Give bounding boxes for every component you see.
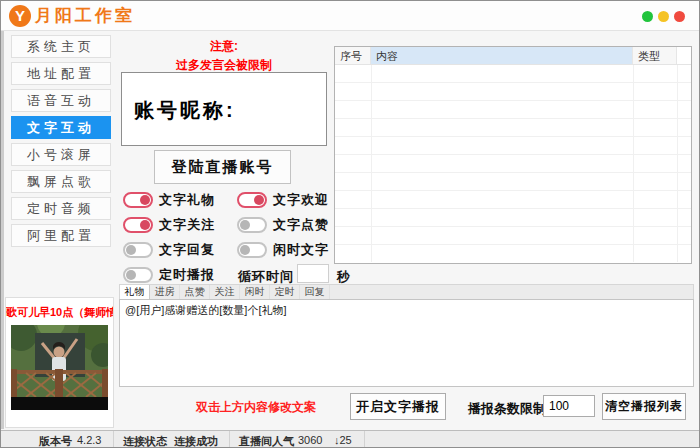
- app-title: 月阳工作室: [35, 5, 135, 27]
- sidebar-item-timed-audio[interactable]: 定时音频: [11, 197, 111, 220]
- popularity-label: 直播间人气: [239, 434, 294, 448]
- table-header: 序号 内容 类型: [335, 47, 691, 65]
- switch-on-icon[interactable]: [237, 192, 267, 208]
- version-label: 版本号: [39, 434, 72, 448]
- tab-enter-room[interactable]: 进房: [150, 285, 180, 299]
- titlebar: Y 月阳工作室: [1, 1, 699, 31]
- toggle-text-welcome[interactable]: 文字欢迎: [237, 191, 329, 209]
- version-value: 4.2.3: [77, 434, 101, 446]
- toggle-text-gift[interactable]: 文字礼物: [123, 191, 215, 209]
- video-thumbnail[interactable]: [11, 325, 108, 410]
- template-text: @[用户]感谢赠送的[数量]个[礼物]: [125, 303, 688, 318]
- login-live-account-button[interactable]: 登陆直播账号: [154, 150, 291, 184]
- sidebar-item-text-interaction[interactable]: 文字互动: [11, 116, 111, 139]
- column-divider: [677, 65, 678, 262]
- marquee-text: 歌可儿早10点（舞师情感小: [6, 305, 113, 320]
- column-header-index[interactable]: 序号: [335, 47, 371, 64]
- tab-follow[interactable]: 关注: [210, 285, 240, 299]
- connection-label: 连接状态: [123, 434, 167, 448]
- switch-off-icon[interactable]: [123, 267, 153, 283]
- sidebar-item-ali-config[interactable]: 阿里配置: [11, 224, 111, 247]
- tab-timed[interactable]: 定时: [270, 285, 300, 299]
- toggle-timed-broadcast[interactable]: 定时播报: [123, 266, 215, 284]
- account-nickname-label: 账号昵称:: [134, 97, 236, 124]
- tab-gift[interactable]: 礼物: [120, 285, 150, 299]
- sidebar: 系统主页 地址配置 语音互动 文字互动 小号滚屏 飘屏点歌 定时音频 阿里配置: [11, 35, 111, 251]
- sidebar-item-alt-account-scroll[interactable]: 小号滚屏: [11, 143, 111, 166]
- status-divider: [364, 431, 365, 448]
- sidebar-item-system-home[interactable]: 系统主页: [11, 35, 111, 58]
- clear-broadcast-list-button[interactable]: 清空播报列表: [602, 393, 686, 420]
- column-header-content[interactable]: 内容: [371, 47, 633, 64]
- window-control-green-icon[interactable]: [642, 11, 653, 22]
- switch-off-icon[interactable]: [237, 217, 267, 233]
- edit-hint-text: 双击上方内容修改文案: [151, 399, 361, 416]
- sidebar-item-float-song-request[interactable]: 飘屏点歌: [11, 170, 111, 193]
- template-tabbar: 礼物 进房 点赞 关注 闲时 定时 回复: [119, 284, 694, 299]
- app-window: Y 月阳工作室 系统主页 地址配置 语音互动 文字互动 小号滚屏 飘屏点歌 定时…: [0, 0, 700, 448]
- toggle-idle-text[interactable]: 闲时文字: [237, 241, 329, 259]
- switch-off-icon[interactable]: [237, 242, 267, 258]
- column-divider: [371, 65, 372, 262]
- tab-like[interactable]: 点赞: [180, 285, 210, 299]
- switch-on-icon[interactable]: [123, 217, 153, 233]
- connection-value: 连接成功: [174, 434, 218, 448]
- toggle-text-reply[interactable]: 文字回复: [123, 241, 215, 259]
- left-edge-strip: [1, 31, 4, 429]
- start-broadcast-button[interactable]: 开启文字播报: [350, 393, 446, 420]
- status-divider: [113, 431, 114, 448]
- logo-letter: Y: [15, 7, 25, 24]
- window-control-red-icon[interactable]: [674, 11, 685, 22]
- tab-idle[interactable]: 闲时: [240, 285, 270, 299]
- notice-title: 注意:: [119, 38, 329, 55]
- window-control-yellow-icon[interactable]: [658, 11, 669, 22]
- broadcast-limit-label: 播报条数限制: [468, 400, 546, 418]
- statusbar: 版本号 4.2.3 连接状态 连接成功 直播间人气 3060 ↓25: [1, 430, 699, 448]
- loop-seconds-input[interactable]: [297, 264, 329, 283]
- sidebar-item-voice-interaction[interactable]: 语音互动: [11, 89, 111, 112]
- toggle-text-like[interactable]: 文字点赞: [237, 216, 329, 234]
- template-editor[interactable]: @[用户]感谢赠送的[数量]个[礼物]: [119, 299, 694, 387]
- column-header-type[interactable]: 类型: [633, 47, 677, 64]
- switch-on-icon[interactable]: [123, 192, 153, 208]
- broadcast-list-table[interactable]: 序号 内容 类型: [334, 46, 692, 264]
- toggle-text-follow[interactable]: 文字关注: [123, 216, 215, 234]
- popularity-value: 3060: [298, 434, 322, 446]
- tab-reply[interactable]: 回复: [300, 285, 330, 299]
- broadcast-limit-input[interactable]: [543, 395, 595, 417]
- window-controls: [642, 11, 685, 22]
- video-scene-graphic: [11, 325, 108, 410]
- sidebar-item-address-config[interactable]: 地址配置: [11, 62, 111, 85]
- column-divider: [633, 65, 634, 262]
- app-logo-icon: Y: [9, 5, 31, 27]
- status-divider: [229, 431, 230, 448]
- popularity-drop-indicator: ↓25: [334, 434, 352, 446]
- account-nickname-box: 账号昵称:: [121, 72, 327, 146]
- switch-off-icon[interactable]: [123, 242, 153, 258]
- table-body[interactable]: [335, 65, 691, 262]
